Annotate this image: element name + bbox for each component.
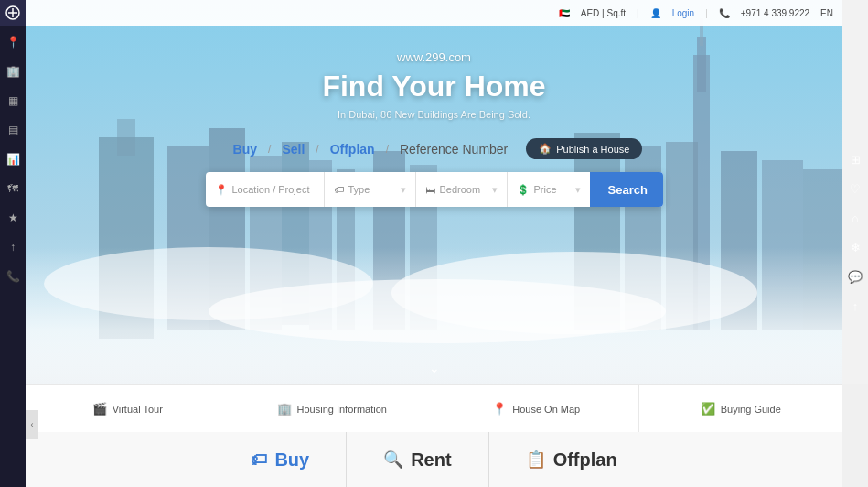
bedroom-field[interactable]: 🛏 Bedroom ▾ xyxy=(416,172,508,207)
type-chevron-icon: ▾ xyxy=(401,184,406,196)
housing-info-icon: 🏢 xyxy=(277,402,292,416)
house-icon: 🏠 xyxy=(539,143,552,155)
buy-tab-icon: 🏷 xyxy=(251,450,267,470)
left-nav-grid[interactable]: ▦ xyxy=(0,88,26,114)
tab-reference[interactable]: Reference Number xyxy=(392,142,515,157)
left-sidebar: 📍 🏢 ▦ ▤ 📊 🗺 ★ ↑ 📞 xyxy=(0,0,26,487)
left-nav-chart[interactable]: 📊 xyxy=(0,146,26,172)
left-nav-star[interactable]: ★ xyxy=(0,205,26,231)
bottom-nav-house-map[interactable]: 📍 House On Map xyxy=(434,385,639,432)
price-field[interactable]: 💲 Price ▾ xyxy=(508,172,590,207)
bottom-nav: 🎬 Virtual Tour 🏢 Housing Information 📍 H… xyxy=(26,384,842,432)
search-button[interactable]: Search xyxy=(590,172,663,207)
hero-title: Find Your Home xyxy=(322,70,545,103)
virtual-tour-icon: 🎬 xyxy=(92,402,107,416)
bottom-nav-buying-guide[interactable]: ✅ Buying Guide xyxy=(639,385,843,432)
footer-tabs: 🏷 Buy 🔍 Rent 📋 Offplan xyxy=(26,432,842,487)
left-nav-building[interactable]: 🏢 xyxy=(0,59,26,84)
left-nav-phone[interactable]: 📞 xyxy=(0,264,26,289)
hero-url: www.299.com xyxy=(397,50,471,64)
location-icon: 📍 xyxy=(215,184,228,196)
location-field[interactable]: 📍 Location / Project xyxy=(206,172,325,207)
search-nav-tabs: Buy / Sell / Offplan / Reference Number … xyxy=(226,138,643,159)
rent-tab-label: Rent xyxy=(411,449,451,471)
left-nav-pin[interactable]: 📍 xyxy=(0,29,26,55)
phone-number: +971 4 339 9222 xyxy=(741,8,809,18)
virtual-tour-label: Virtual Tour xyxy=(113,404,163,415)
login-link[interactable]: Login xyxy=(672,8,694,18)
user-icon: 👤 xyxy=(650,8,661,18)
bedroom-placeholder: Bedroom xyxy=(440,184,481,195)
hero-subtitle: In Dubai, 86 New Buildings Are Being Sol… xyxy=(338,109,530,120)
buying-guide-label: Buying Guide xyxy=(721,404,781,415)
bottom-nav-housing-info[interactable]: 🏢 Housing Information xyxy=(230,385,435,432)
right-nav-up[interactable]: ↑ xyxy=(842,293,868,319)
hero-content: www.299.com Find Your Home In Dubai, 86 … xyxy=(26,50,842,207)
rent-tab-icon: 🔍 xyxy=(383,449,403,470)
right-nav-chat[interactable]: 💬 xyxy=(842,264,868,289)
tab-buy[interactable]: Buy xyxy=(226,142,264,157)
tab-sell[interactable]: Sell xyxy=(274,142,312,157)
left-nav-up[interactable]: ↑ xyxy=(0,234,26,260)
right-nav-home[interactable]: ⌂ xyxy=(842,205,868,231)
scroll-down-indicator[interactable]: ⌄ xyxy=(429,361,440,375)
bedroom-icon: 🛏 xyxy=(425,184,435,195)
price-icon: 💲 xyxy=(517,184,530,196)
left-nav-list[interactable]: ▤ xyxy=(0,117,26,143)
house-map-icon: 📍 xyxy=(492,402,507,416)
svg-point-24 xyxy=(209,279,666,343)
left-nav-location[interactable]: 🗺 xyxy=(0,176,26,201)
bedroom-chevron-icon: ▾ xyxy=(492,184,498,196)
footer-tab-buy[interactable]: 🏷 Buy xyxy=(214,432,347,487)
right-sidebar: ⊞ ♡ ⌂ ❄ 💬 ↑ xyxy=(842,0,868,384)
buying-guide-icon: ✅ xyxy=(701,402,715,416)
offplan-tab-label: Offplan xyxy=(553,449,617,471)
hero-section: www.299.com Find Your Home In Dubai, 86 … xyxy=(26,0,842,384)
lang-selector[interactable]: EN xyxy=(820,8,833,18)
offplan-tab-icon: 📋 xyxy=(526,449,546,470)
type-icon: 🏷 xyxy=(334,184,344,195)
footer-tab-offplan[interactable]: 📋 Offplan xyxy=(489,432,654,487)
right-nav-snowflake[interactable]: ❄ xyxy=(842,234,868,260)
bottom-nav-virtual-tour[interactable]: 🎬 Virtual Tour xyxy=(26,385,230,432)
type-placeholder: Type xyxy=(348,184,370,195)
location-placeholder: Location / Project xyxy=(232,184,310,195)
top-bar: 🇦🇪 AED | Sq.ft | 👤 Login | 📞 +971 4 339 … xyxy=(26,0,842,26)
flag-icon: 🇦🇪 xyxy=(559,8,570,18)
price-chevron-icon: ▾ xyxy=(575,184,581,196)
right-nav-grid[interactable]: ⊞ xyxy=(842,146,868,172)
currency-label: AED | Sq.ft xyxy=(581,8,626,18)
right-nav-heart[interactable]: ♡ xyxy=(842,176,868,201)
footer-tab-rent[interactable]: 🔍 Rent xyxy=(347,432,488,487)
price-placeholder: Price xyxy=(534,184,557,195)
housing-info-label: Housing Information xyxy=(297,404,387,415)
tab-offplan[interactable]: Offplan xyxy=(323,142,382,157)
publish-label: Publish a House xyxy=(556,144,629,155)
phone-icon: 📞 xyxy=(719,8,730,18)
buy-tab-label: Buy xyxy=(274,449,309,471)
publish-button[interactable]: 🏠 Publish a House xyxy=(526,138,642,159)
search-bar: 📍 Location / Project 🏷 Type ▾ 🛏 Bedroom … xyxy=(206,172,663,207)
type-field[interactable]: 🏷 Type ▾ xyxy=(325,172,416,207)
collapse-button[interactable]: ‹ xyxy=(26,410,38,439)
logo[interactable] xyxy=(0,0,26,26)
house-map-label: House On Map xyxy=(512,404,580,415)
